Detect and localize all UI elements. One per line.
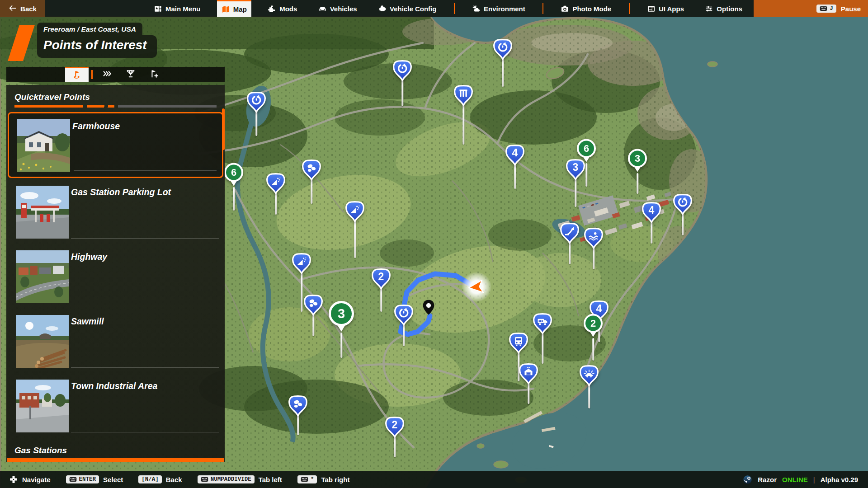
steam-icon	[743, 475, 752, 484]
timetrial-marker-2[interactable]: 2	[371, 267, 392, 290]
timetrial-marker-4[interactable]: 4	[505, 144, 525, 166]
spotlight-icon	[584, 368, 595, 379]
chevrons-icon	[102, 69, 112, 80]
marker-post	[301, 271, 302, 312]
challenge-marker-hillclimb[interactable]	[265, 172, 286, 195]
spawn-number: 6	[224, 163, 243, 182]
list-item-sawmill[interactable]: Sawmill	[6, 309, 225, 374]
item-separator	[74, 170, 217, 171]
panel-scrollbar[interactable]	[222, 108, 225, 150]
challenge-marker-truck[interactable]	[532, 312, 553, 335]
menu-item-options[interactable]: Options	[700, 0, 747, 17]
list-item-highway[interactable]: Highway	[6, 244, 225, 309]
item-separator	[71, 367, 219, 368]
wave-icon	[588, 230, 599, 242]
timetrial-marker-4[interactable]: 4	[641, 201, 662, 224]
options-icon	[705, 5, 713, 13]
mods-icon	[268, 5, 276, 13]
panel-list: Quicktravel PointsFarmhouseGas Station P…	[6, 92, 225, 461]
marker-post	[514, 163, 516, 189]
refresh-icon	[677, 197, 689, 208]
menu-item-map[interactable]: Map	[217, 0, 251, 17]
keycap: [N/A]	[138, 475, 162, 483]
spawn-point-marker-6[interactable]: 6	[577, 139, 596, 162]
hint-select: ENTERSelect	[66, 475, 123, 483]
poi-list-panel: Quicktravel PointsFarmhouseGas Station P…	[6, 85, 225, 462]
rocks-icon	[308, 297, 319, 309]
quicktravel-marker[interactable]	[246, 91, 267, 113]
spawn-number: 3	[329, 301, 354, 326]
marker-number: 4	[641, 204, 662, 216]
challenge-marker-wave[interactable]	[583, 227, 604, 249]
marker-post	[233, 187, 235, 211]
challenge-marker-rocks[interactable]	[303, 294, 324, 316]
online-status: ONLINE	[782, 476, 808, 483]
version-label: Alpha v0.29	[821, 476, 858, 483]
challenge-marker-spotlight[interactable]	[579, 364, 599, 387]
challenge-marker-bus[interactable]	[508, 332, 529, 354]
timetrial-marker-2[interactable]: 2	[384, 416, 405, 438]
marker-number: 3	[565, 161, 586, 174]
challenge-marker-hillclimb[interactable]	[291, 252, 312, 275]
challenge-marker-rocks[interactable]	[301, 159, 322, 181]
environment-icon	[472, 5, 481, 13]
menu-item-vehicles[interactable]: Vehicles	[314, 0, 362, 17]
refresh-icon	[497, 42, 509, 53]
spawn-number: 3	[628, 149, 647, 168]
challenge-marker-garage[interactable]	[518, 362, 539, 385]
quicktravel-marker[interactable]	[392, 59, 413, 82]
spawn-point-marker-6[interactable]: 6	[224, 163, 243, 186]
item-title: Highway	[71, 252, 107, 262]
tab-add-waypoint[interactable]	[142, 67, 166, 82]
spawn-point-marker-2[interactable]: 2	[584, 314, 603, 337]
marker-post	[592, 338, 594, 361]
item-title: Town Industrial Area	[71, 381, 157, 391]
thumbnail-town-industrial-area	[16, 380, 69, 432]
challenge-marker-drift[interactable]	[559, 222, 580, 244]
menu-item-main-menu[interactable]: Main Menu	[149, 0, 205, 17]
list-item-farmhouse[interactable]: Farmhouse	[8, 112, 223, 178]
marker-post	[502, 57, 504, 87]
hillclimb-icon	[270, 176, 282, 187]
hints: NavigateENTERSelect[N/A]BackNUMPADDIVIDE…	[0, 475, 349, 484]
spawn-point-marker-3[interactable]: 3	[329, 301, 354, 332]
ui-apps-icon	[647, 5, 656, 13]
marker-post	[401, 78, 403, 106]
back-button[interactable]: Back	[0, 0, 45, 17]
menu-item-environment[interactable]: Environment	[467, 0, 530, 17]
list-item-gas-station-parking-lot[interactable]: Gas Station Parking Lot	[6, 180, 225, 244]
hillclimb-icon	[349, 204, 361, 215]
menu-item-mods[interactable]: Mods	[263, 0, 302, 17]
photo-mode-icon	[561, 5, 569, 13]
marker-number: 4	[505, 147, 525, 159]
thumbnail-highway	[16, 250, 69, 303]
input-hint-bar: NavigateENTERSelect[N/A]BackNUMPADDIVIDE…	[0, 471, 868, 488]
list-item-town-industrial-area[interactable]: Town Industrial Area	[6, 374, 225, 438]
menu-item-vehicle-config[interactable]: Vehicle Config	[373, 0, 441, 17]
item-separator	[71, 238, 219, 239]
quicktravel-marker[interactable]	[672, 193, 693, 216]
challenge-marker-rocks[interactable]	[288, 394, 308, 417]
hint-navigate: Navigate	[9, 475, 51, 484]
gate-icon	[458, 88, 469, 99]
pause-button[interactable]: J Pause	[754, 0, 868, 17]
tab-poi-flag[interactable]	[65, 67, 89, 82]
quicktravel-marker[interactable]	[393, 304, 414, 326]
tab-missions[interactable]	[95, 67, 119, 82]
menu-item-ui-apps[interactable]: UI Apps	[642, 0, 689, 17]
quicktravel-marker[interactable]	[492, 38, 513, 61]
tab-challenges[interactable]	[119, 67, 142, 82]
tab-separator	[91, 70, 93, 79]
refresh-icon	[397, 63, 408, 74]
marker-post	[354, 219, 356, 258]
spawn-number: 2	[584, 314, 603, 333]
dpad-icon	[9, 475, 18, 484]
thumbnail-gas-station-parking-lot	[16, 186, 69, 239]
spawn-point-marker-3[interactable]: 3	[628, 149, 647, 172]
menu-item-photo-mode[interactable]: Photo Mode	[556, 0, 616, 17]
challenge-marker-gate[interactable]	[453, 84, 474, 107]
back-arrow-icon	[9, 4, 17, 14]
status-bar: Razor ONLINE | Alpha v0.29	[743, 475, 868, 484]
challenge-marker-hillclimb[interactable]	[344, 200, 365, 223]
marker-post	[588, 383, 590, 408]
